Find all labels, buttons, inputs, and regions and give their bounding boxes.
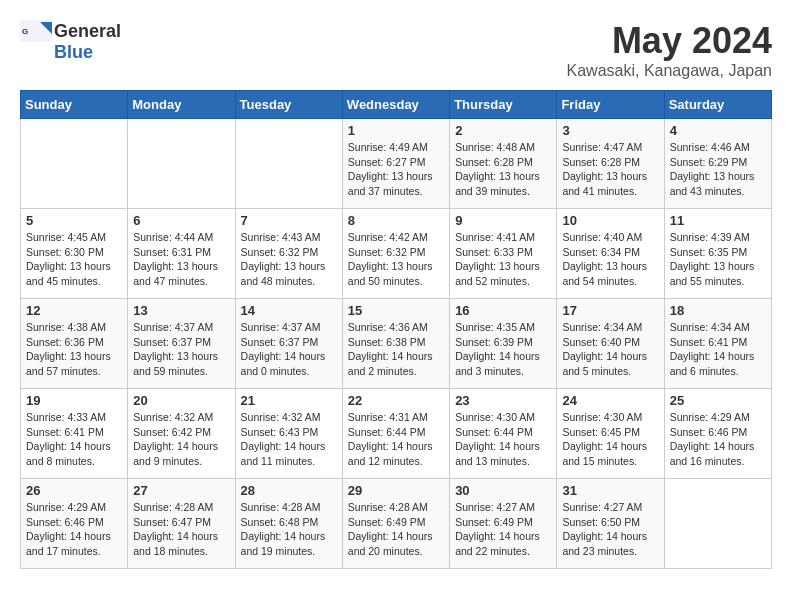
- calendar-day-25: 25Sunrise: 4:29 AM Sunset: 6:46 PM Dayli…: [664, 389, 771, 479]
- calendar-week-row: 12Sunrise: 4:38 AM Sunset: 6:36 PM Dayli…: [21, 299, 772, 389]
- day-number: 23: [455, 393, 551, 408]
- calendar-day-30: 30Sunrise: 4:27 AM Sunset: 6:49 PM Dayli…: [450, 479, 557, 569]
- day-info-text: Sunrise: 4:30 AM Sunset: 6:44 PM Dayligh…: [455, 410, 551, 469]
- calendar-week-row: 1Sunrise: 4:49 AM Sunset: 6:27 PM Daylig…: [21, 119, 772, 209]
- day-info-text: Sunrise: 4:27 AM Sunset: 6:49 PM Dayligh…: [455, 500, 551, 559]
- day-info-text: Sunrise: 4:28 AM Sunset: 6:49 PM Dayligh…: [348, 500, 444, 559]
- day-number: 1: [348, 123, 444, 138]
- day-number: 10: [562, 213, 658, 228]
- day-number: 24: [562, 393, 658, 408]
- day-info-text: Sunrise: 4:42 AM Sunset: 6:32 PM Dayligh…: [348, 230, 444, 289]
- title-block: May 2024 Kawasaki, Kanagawa, Japan: [567, 20, 772, 80]
- calendar-week-row: 5Sunrise: 4:45 AM Sunset: 6:30 PM Daylig…: [21, 209, 772, 299]
- day-number: 31: [562, 483, 658, 498]
- logo-general-text: General: [54, 21, 121, 42]
- day-number: 22: [348, 393, 444, 408]
- day-header-saturday: Saturday: [664, 91, 771, 119]
- calendar-day-28: 28Sunrise: 4:28 AM Sunset: 6:48 PM Dayli…: [235, 479, 342, 569]
- day-number: 2: [455, 123, 551, 138]
- day-info-text: Sunrise: 4:37 AM Sunset: 6:37 PM Dayligh…: [133, 320, 229, 379]
- day-number: 9: [455, 213, 551, 228]
- day-info-text: Sunrise: 4:41 AM Sunset: 6:33 PM Dayligh…: [455, 230, 551, 289]
- page-header: G General Blue May 2024 Kawasaki, Kanaga…: [20, 20, 772, 80]
- calendar-day-empty: [664, 479, 771, 569]
- calendar-day-16: 16Sunrise: 4:35 AM Sunset: 6:39 PM Dayli…: [450, 299, 557, 389]
- day-info-text: Sunrise: 4:46 AM Sunset: 6:29 PM Dayligh…: [670, 140, 766, 199]
- day-info-text: Sunrise: 4:30 AM Sunset: 6:45 PM Dayligh…: [562, 410, 658, 469]
- day-info-text: Sunrise: 4:32 AM Sunset: 6:42 PM Dayligh…: [133, 410, 229, 469]
- day-info-text: Sunrise: 4:33 AM Sunset: 6:41 PM Dayligh…: [26, 410, 122, 469]
- svg-text:G: G: [22, 27, 28, 36]
- calendar-day-18: 18Sunrise: 4:34 AM Sunset: 6:41 PM Dayli…: [664, 299, 771, 389]
- day-number: 18: [670, 303, 766, 318]
- day-info-text: Sunrise: 4:43 AM Sunset: 6:32 PM Dayligh…: [241, 230, 337, 289]
- day-number: 26: [26, 483, 122, 498]
- calendar-day-9: 9Sunrise: 4:41 AM Sunset: 6:33 PM Daylig…: [450, 209, 557, 299]
- day-info-text: Sunrise: 4:40 AM Sunset: 6:34 PM Dayligh…: [562, 230, 658, 289]
- day-info-text: Sunrise: 4:28 AM Sunset: 6:48 PM Dayligh…: [241, 500, 337, 559]
- logo-blue-text: Blue: [54, 42, 93, 63]
- day-info-text: Sunrise: 4:37 AM Sunset: 6:37 PM Dayligh…: [241, 320, 337, 379]
- day-number: 13: [133, 303, 229, 318]
- day-info-text: Sunrise: 4:29 AM Sunset: 6:46 PM Dayligh…: [26, 500, 122, 559]
- calendar-day-19: 19Sunrise: 4:33 AM Sunset: 6:41 PM Dayli…: [21, 389, 128, 479]
- day-header-tuesday: Tuesday: [235, 91, 342, 119]
- calendar-day-27: 27Sunrise: 4:28 AM Sunset: 6:47 PM Dayli…: [128, 479, 235, 569]
- day-number: 19: [26, 393, 122, 408]
- calendar-day-empty: [235, 119, 342, 209]
- logo: G General Blue: [20, 20, 121, 63]
- day-number: 8: [348, 213, 444, 228]
- day-number: 29: [348, 483, 444, 498]
- day-number: 4: [670, 123, 766, 138]
- calendar-day-13: 13Sunrise: 4:37 AM Sunset: 6:37 PM Dayli…: [128, 299, 235, 389]
- day-number: 5: [26, 213, 122, 228]
- day-info-text: Sunrise: 4:34 AM Sunset: 6:40 PM Dayligh…: [562, 320, 658, 379]
- day-number: 7: [241, 213, 337, 228]
- month-year-title: May 2024: [567, 20, 772, 62]
- calendar-day-4: 4Sunrise: 4:46 AM Sunset: 6:29 PM Daylig…: [664, 119, 771, 209]
- calendar-day-21: 21Sunrise: 4:32 AM Sunset: 6:43 PM Dayli…: [235, 389, 342, 479]
- day-info-text: Sunrise: 4:38 AM Sunset: 6:36 PM Dayligh…: [26, 320, 122, 379]
- calendar-day-15: 15Sunrise: 4:36 AM Sunset: 6:38 PM Dayli…: [342, 299, 449, 389]
- calendar-day-24: 24Sunrise: 4:30 AM Sunset: 6:45 PM Dayli…: [557, 389, 664, 479]
- day-number: 6: [133, 213, 229, 228]
- day-number: 14: [241, 303, 337, 318]
- day-header-sunday: Sunday: [21, 91, 128, 119]
- calendar-day-empty: [21, 119, 128, 209]
- calendar-day-23: 23Sunrise: 4:30 AM Sunset: 6:44 PM Dayli…: [450, 389, 557, 479]
- calendar-day-17: 17Sunrise: 4:34 AM Sunset: 6:40 PM Dayli…: [557, 299, 664, 389]
- day-info-text: Sunrise: 4:47 AM Sunset: 6:28 PM Dayligh…: [562, 140, 658, 199]
- day-number: 27: [133, 483, 229, 498]
- day-number: 17: [562, 303, 658, 318]
- location-text: Kawasaki, Kanagawa, Japan: [567, 62, 772, 80]
- calendar-day-2: 2Sunrise: 4:48 AM Sunset: 6:28 PM Daylig…: [450, 119, 557, 209]
- calendar-day-1: 1Sunrise: 4:49 AM Sunset: 6:27 PM Daylig…: [342, 119, 449, 209]
- calendar-day-26: 26Sunrise: 4:29 AM Sunset: 6:46 PM Dayli…: [21, 479, 128, 569]
- day-info-text: Sunrise: 4:36 AM Sunset: 6:38 PM Dayligh…: [348, 320, 444, 379]
- calendar-day-6: 6Sunrise: 4:44 AM Sunset: 6:31 PM Daylig…: [128, 209, 235, 299]
- calendar-day-12: 12Sunrise: 4:38 AM Sunset: 6:36 PM Dayli…: [21, 299, 128, 389]
- calendar-day-29: 29Sunrise: 4:28 AM Sunset: 6:49 PM Dayli…: [342, 479, 449, 569]
- calendar-day-14: 14Sunrise: 4:37 AM Sunset: 6:37 PM Dayli…: [235, 299, 342, 389]
- day-number: 15: [348, 303, 444, 318]
- calendar-week-row: 19Sunrise: 4:33 AM Sunset: 6:41 PM Dayli…: [21, 389, 772, 479]
- day-number: 16: [455, 303, 551, 318]
- calendar-day-22: 22Sunrise: 4:31 AM Sunset: 6:44 PM Dayli…: [342, 389, 449, 479]
- day-number: 12: [26, 303, 122, 318]
- day-number: 30: [455, 483, 551, 498]
- calendar-day-11: 11Sunrise: 4:39 AM Sunset: 6:35 PM Dayli…: [664, 209, 771, 299]
- day-number: 28: [241, 483, 337, 498]
- calendar-day-7: 7Sunrise: 4:43 AM Sunset: 6:32 PM Daylig…: [235, 209, 342, 299]
- calendar-day-8: 8Sunrise: 4:42 AM Sunset: 6:32 PM Daylig…: [342, 209, 449, 299]
- day-info-text: Sunrise: 4:32 AM Sunset: 6:43 PM Dayligh…: [241, 410, 337, 469]
- day-info-text: Sunrise: 4:27 AM Sunset: 6:50 PM Dayligh…: [562, 500, 658, 559]
- day-info-text: Sunrise: 4:45 AM Sunset: 6:30 PM Dayligh…: [26, 230, 122, 289]
- day-info-text: Sunrise: 4:44 AM Sunset: 6:31 PM Dayligh…: [133, 230, 229, 289]
- day-info-text: Sunrise: 4:31 AM Sunset: 6:44 PM Dayligh…: [348, 410, 444, 469]
- calendar-day-3: 3Sunrise: 4:47 AM Sunset: 6:28 PM Daylig…: [557, 119, 664, 209]
- calendar-header-row: SundayMondayTuesdayWednesdayThursdayFrid…: [21, 91, 772, 119]
- day-info-text: Sunrise: 4:29 AM Sunset: 6:46 PM Dayligh…: [670, 410, 766, 469]
- day-info-text: Sunrise: 4:35 AM Sunset: 6:39 PM Dayligh…: [455, 320, 551, 379]
- calendar-week-row: 26Sunrise: 4:29 AM Sunset: 6:46 PM Dayli…: [21, 479, 772, 569]
- day-number: 25: [670, 393, 766, 408]
